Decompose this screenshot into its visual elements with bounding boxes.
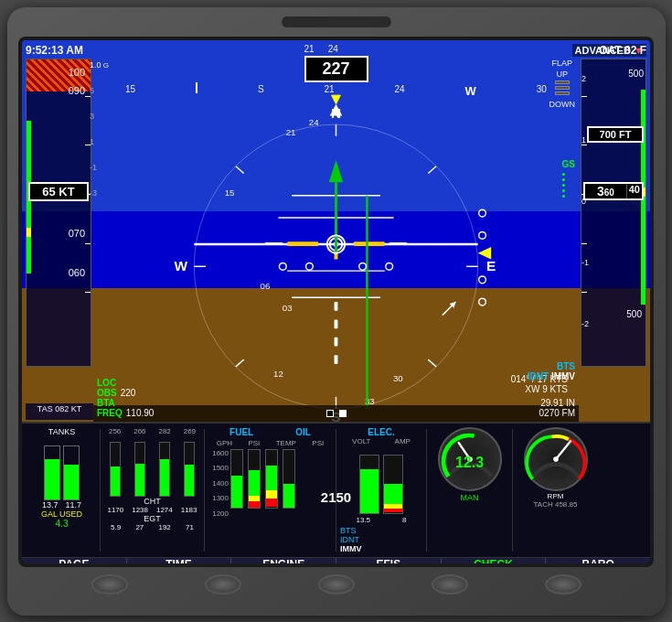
btn-page[interactable]: PAGE	[22, 558, 127, 563]
cht-bar-3	[159, 442, 170, 497]
svg-text:E: E	[486, 258, 496, 273]
bts-info: BTS IDNT IMMV	[528, 361, 575, 381]
fo-headers: FUEL OIL	[208, 427, 332, 437]
tach-sub-display: TACH 458.85	[534, 500, 578, 509]
compass-tape: 15 S 21 24 W 30	[95, 84, 577, 98]
svg-point-37	[306, 263, 314, 270]
egt-label: EGT	[104, 514, 200, 523]
cht-fill-2	[135, 464, 144, 496]
tank-fill-1	[45, 459, 59, 499]
cht-val-1: 1170	[107, 506, 123, 514]
svg-text:15: 15	[225, 187, 235, 197]
svg-point-42	[479, 275, 486, 283]
svg-text:06: 06	[261, 280, 271, 290]
svg-point-39	[386, 263, 393, 270]
bts-label: BTS	[528, 361, 575, 371]
cht-bar-2	[134, 442, 145, 497]
cmp-30: 30	[537, 84, 547, 98]
btn-baro[interactable]: BARO	[546, 558, 650, 563]
volt-label: VOLT	[352, 437, 370, 445]
btn-efis[interactable]: EFIS	[336, 558, 442, 563]
gph-label: GPH	[217, 439, 232, 447]
oil-psi-fill	[249, 470, 260, 508]
cht-headers: 256 266 282 269	[104, 427, 200, 435]
amp-val: 8	[402, 516, 406, 524]
svg-line-56	[556, 441, 571, 459]
altitude-tape: 2 1 0 -1 -2 700 FT 500 360 40 500	[581, 59, 646, 367]
airspeed-current: 65 KT	[28, 182, 89, 201]
alt-100: 500	[626, 309, 642, 319]
tach-label-display: RPM	[548, 492, 564, 500]
tach-gauge: 2150 RPM TACH 458.85	[517, 427, 594, 553]
egt-val-3: 192	[158, 523, 170, 531]
header-bar: 9:52:13 AM 21 24 227 O	[26, 44, 646, 57]
tank-bar-1	[44, 445, 60, 500]
temp-label: TEMP	[276, 439, 296, 447]
fuel-oil-section: FUEL OIL GPH PSI TEMP PSI	[208, 427, 332, 553]
cht-fill-3	[160, 459, 169, 495]
tach-val-display: 2150	[321, 489, 351, 506]
cht-val-3: 1274	[156, 506, 173, 514]
btn-time[interactable]: TIME	[127, 558, 232, 563]
knob-3[interactable]	[318, 574, 355, 595]
cht-val-4: 1183	[181, 506, 197, 514]
alt-scale-left: 2	[581, 74, 586, 83]
egt-val-4: 71	[186, 523, 194, 531]
tach-svg	[524, 429, 588, 489]
xw-value: XW 9 KTS	[511, 384, 568, 394]
knob-2[interactable]	[205, 574, 241, 595]
svg-rect-47	[335, 319, 338, 328]
knob-1[interactable]	[91, 574, 128, 595]
egt-val-1: 5.9	[111, 523, 121, 531]
eng-area: TANKS 13.7 11.7	[22, 422, 650, 563]
time-display: 9:52:13 AM	[26, 44, 83, 57]
alt-scale-left5: -2	[581, 319, 589, 328]
device: ADVANCED ▼ 9:52:13 AM 21 24	[7, 7, 666, 616]
volt-fill	[360, 469, 379, 512]
btn-check[interactable]: CHECK	[442, 558, 547, 563]
btn-engine[interactable]: ENGINE	[231, 558, 336, 563]
fuel-gph-fill	[231, 476, 242, 508]
hdg-tape-21: 21	[304, 44, 315, 54]
bottom-knobs	[16, 574, 656, 595]
cmp-s: S	[258, 84, 264, 98]
elec-labels: VOLT AMP	[340, 437, 422, 445]
svg-text:21: 21	[286, 126, 296, 136]
svg-line-4	[428, 359, 436, 367]
as-100: 100	[69, 67, 85, 78]
cht-bar-4	[184, 442, 195, 497]
volt-val: 13.5	[356, 516, 370, 524]
obs-label: OBS	[97, 388, 117, 398]
elec-values: 13.5 8	[340, 516, 422, 524]
bta-label: BTA	[97, 398, 115, 408]
heading-tape: 21 24 227	[304, 44, 368, 82]
alt-current-box: 360 40	[583, 182, 644, 200]
as-060: 060	[69, 267, 85, 278]
alt-ft-label: 700 FT	[587, 126, 644, 143]
cht-bar-1	[110, 442, 121, 497]
svg-point-36	[279, 263, 286, 270]
svg-point-38	[359, 263, 367, 270]
svg-point-40	[479, 209, 486, 217]
amp-label: AMP	[395, 437, 411, 445]
tas-display: TAS 082 KT	[26, 403, 93, 420]
tanks-label: TANKS	[48, 427, 75, 436]
tank-val-2: 11.7	[66, 500, 82, 509]
egt-values: 5.9 27 192 71	[104, 523, 200, 531]
fo-bars	[230, 449, 295, 509]
volt-gauge: 12.3 MAN	[431, 427, 508, 553]
knob-5[interactable]	[545, 574, 581, 595]
knob-4[interactable]	[432, 574, 468, 595]
svg-point-41	[479, 231, 486, 239]
obs-value: 220	[121, 388, 136, 398]
alt-scale-left4: -1	[581, 258, 589, 267]
oil-psi-bar	[248, 449, 261, 509]
hdg-tape-24: 24	[328, 44, 338, 54]
tank-bar-2	[63, 445, 80, 500]
egt-val-2: 27	[135, 523, 144, 531]
cmp-24: 24	[395, 84, 405, 98]
svg-marker-33	[329, 159, 344, 181]
svg-marker-44	[478, 246, 492, 259]
idnt-label: IDNT IMMV	[528, 371, 575, 381]
svg-text:24: 24	[309, 117, 319, 127]
